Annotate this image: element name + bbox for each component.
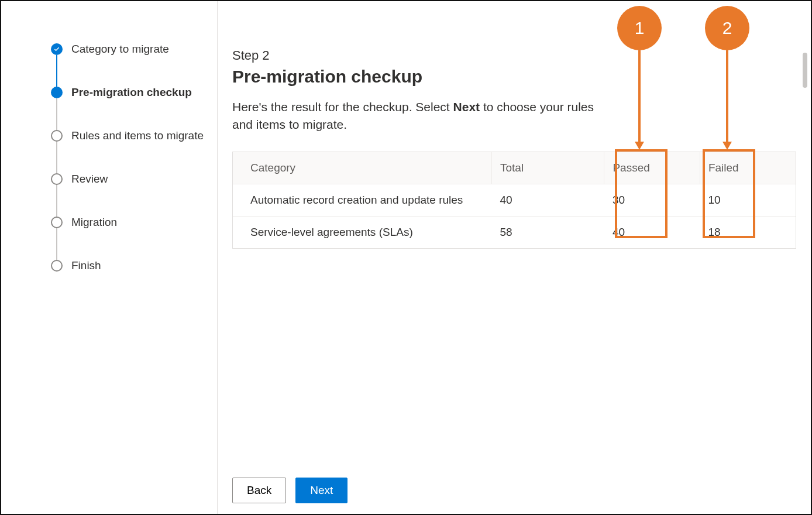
col-total[interactable]: Total <box>492 152 604 184</box>
back-button[interactable]: Back <box>232 478 286 503</box>
intro-pre: Here's the result for the checkup. Selec… <box>232 100 453 114</box>
step-connector <box>56 185 57 217</box>
step-category-to-migrate[interactable]: Category to migrate <box>51 42 199 56</box>
step-connector <box>56 228 57 260</box>
step-rules-and-items[interactable]: Rules and items to migrate <box>51 129 199 143</box>
cell-total: 40 <box>492 184 604 216</box>
step-connector <box>56 142 57 173</box>
annotation-arrow-icon <box>635 142 644 150</box>
annotation-arrow-icon <box>722 142 732 150</box>
step-connector <box>56 98 57 130</box>
pending-step-icon <box>51 217 63 228</box>
step-connector <box>56 55 57 87</box>
wizard-sidebar: Category to migrate Pre-migration checku… <box>1 1 218 514</box>
page-title: Pre-migration checkup <box>232 67 796 87</box>
col-category[interactable]: Category <box>233 152 492 184</box>
step-label: Migration <box>71 216 117 229</box>
annotation-line-1 <box>638 50 641 142</box>
intro-bold: Next <box>453 100 480 114</box>
app-frame: Category to migrate Pre-migration checku… <box>0 0 812 515</box>
annotation-highlight-failed <box>703 149 755 238</box>
step-label: Category to migrate <box>71 43 169 56</box>
annotation-highlight-passed <box>615 149 668 238</box>
step-review[interactable]: Review <box>51 172 199 186</box>
annotation-callout-1: 1 <box>617 6 662 50</box>
scrollbar-thumb[interactable] <box>803 53 807 88</box>
cell-category: Automatic record creation and update rul… <box>233 184 492 216</box>
check-icon <box>51 43 63 55</box>
step-kicker: Step 2 <box>232 48 796 63</box>
step-label: Pre-migration checkup <box>71 86 192 99</box>
annotation-line-2 <box>726 50 728 142</box>
step-label: Rules and items to migrate <box>71 129 204 142</box>
next-button[interactable]: Next <box>295 478 347 503</box>
pending-step-icon <box>51 130 63 142</box>
current-step-icon <box>51 87 63 98</box>
wizard-steps: Category to migrate Pre-migration checku… <box>51 42 199 273</box>
step-finish[interactable]: Finish <box>51 259 199 273</box>
pending-step-icon <box>51 260 63 272</box>
cell-category: Service-level agreements (SLAs) <box>233 216 492 248</box>
step-migration[interactable]: Migration <box>51 215 199 229</box>
main-content: Step 2 Pre-migration checkup Here's the … <box>232 48 796 502</box>
intro-text: Here's the result for the checkup. Selec… <box>232 98 607 134</box>
step-label: Finish <box>71 259 101 272</box>
pending-step-icon <box>51 173 63 185</box>
step-label: Review <box>71 173 108 186</box>
step-pre-migration-checkup[interactable]: Pre-migration checkup <box>51 85 199 99</box>
wizard-footer: Back Next <box>232 478 347 503</box>
cell-total: 58 <box>492 216 604 248</box>
annotation-callout-2: 2 <box>705 6 749 50</box>
